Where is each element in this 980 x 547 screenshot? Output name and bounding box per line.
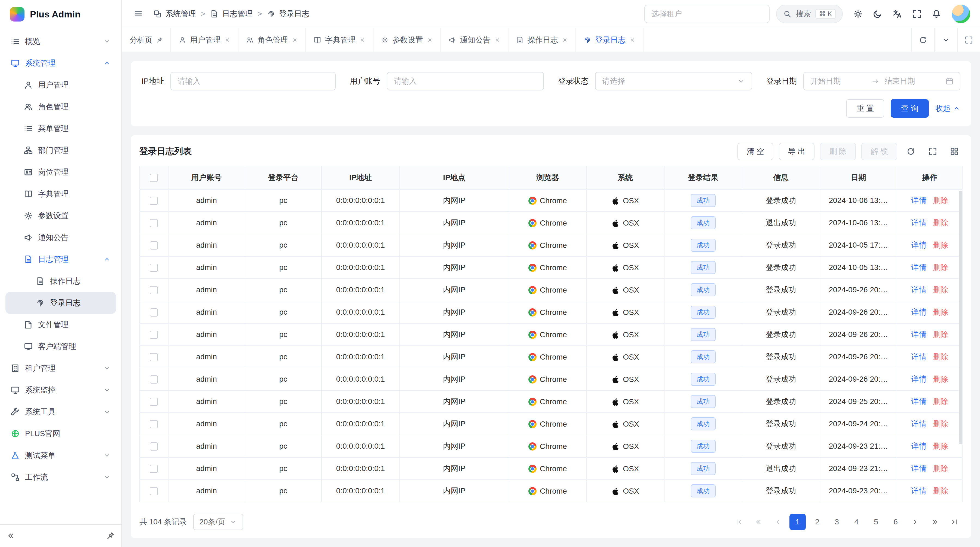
table-scrollbar[interactable] <box>958 190 963 507</box>
sidebar-item-operation-log[interactable]: 操作日志 <box>5 270 116 292</box>
delete-link[interactable]: 删除 <box>933 263 948 271</box>
first-page-button[interactable] <box>731 514 747 530</box>
delete-link[interactable]: 删除 <box>933 196 948 204</box>
ip-filter-input[interactable] <box>170 72 336 91</box>
sidebar-item-menu-management[interactable]: 菜单管理 <box>5 118 116 139</box>
detail-link[interactable]: 详情 <box>911 285 926 294</box>
prev-page-button[interactable] <box>770 514 786 530</box>
status-filter-select[interactable]: 请选择 <box>595 72 752 91</box>
translate-button[interactable] <box>889 5 906 22</box>
last-page-button[interactable] <box>946 514 963 530</box>
breadcrumb-login-log[interactable]: 登录日志 <box>267 9 310 19</box>
delete-link[interactable]: 删除 <box>933 442 948 450</box>
tab-notice[interactable]: 通知公告 <box>441 28 509 52</box>
collapse-filter-link[interactable]: 收起 <box>935 103 960 113</box>
page-6-button[interactable]: 6 <box>888 514 904 530</box>
sidebar-item-client-management[interactable]: 客户端管理 <box>5 336 116 357</box>
sidebar-item-role-management[interactable]: 角色管理 <box>5 96 116 118</box>
row-checkbox[interactable] <box>150 241 158 250</box>
detail-link[interactable]: 详情 <box>911 352 926 361</box>
sidebar-item-system-monitor[interactable]: 系统监控 <box>5 379 116 401</box>
date-range-picker[interactable]: 开始日期 结束日期 <box>803 72 960 91</box>
sidebar-item-notice[interactable]: 通知公告 <box>5 226 116 249</box>
sidebar-item-overview[interactable]: 概览 <box>5 30 116 52</box>
row-checkbox[interactable] <box>150 308 158 317</box>
sidebar-item-param-settings[interactable]: 参数设置 <box>5 205 116 226</box>
close-tab-icon[interactable] <box>292 37 298 43</box>
tab-login-log[interactable]: 登录日志 <box>576 28 644 52</box>
row-checkbox[interactable] <box>150 487 158 495</box>
sidebar-item-test-menu[interactable]: 测试菜单 <box>5 445 116 466</box>
detail-link[interactable]: 详情 <box>911 486 926 495</box>
page-5-button[interactable]: 5 <box>868 514 884 530</box>
sidebar-item-workflow[interactable]: 工作流 <box>5 466 116 488</box>
detail-link[interactable]: 详情 <box>911 442 926 450</box>
theme-toggle-button[interactable] <box>869 5 886 22</box>
sidebar-item-system-management[interactable]: 系统管理 <box>5 52 116 74</box>
close-tab-icon[interactable] <box>427 37 433 43</box>
page-2-button[interactable]: 2 <box>809 514 826 530</box>
detail-link[interactable]: 详情 <box>911 397 926 406</box>
unlock-button[interactable]: 解 锁 <box>861 143 897 160</box>
sidebar-item-log-management[interactable]: 日志管理 <box>5 249 116 270</box>
notifications-button[interactable] <box>928 5 945 22</box>
delete-link[interactable]: 删除 <box>933 486 948 495</box>
avatar[interactable] <box>952 5 970 23</box>
app-logo[interactable]: Plus Admin <box>0 0 121 28</box>
close-tab-icon[interactable] <box>629 37 635 43</box>
close-tab-icon[interactable] <box>494 37 500 43</box>
page-3-button[interactable]: 3 <box>829 514 845 530</box>
sidebar-item-system-tools[interactable]: 系统工具 <box>5 401 116 423</box>
next-page-button[interactable] <box>907 514 923 530</box>
delete-link[interactable]: 删除 <box>933 330 948 339</box>
detail-link[interactable]: 详情 <box>911 308 926 316</box>
page-size-select[interactable]: 20条/页 <box>193 514 243 530</box>
tab-param-settings[interactable]: 参数设置 <box>374 28 441 52</box>
row-checkbox[interactable] <box>150 219 158 227</box>
maximize-content-button[interactable] <box>957 28 980 52</box>
row-checkbox[interactable] <box>150 398 158 406</box>
column-settings-button[interactable] <box>946 143 963 159</box>
row-checkbox[interactable] <box>150 375 158 384</box>
close-tab-icon[interactable] <box>224 37 230 43</box>
table-fullscreen-button[interactable] <box>924 143 941 159</box>
next-more-button[interactable] <box>927 514 943 530</box>
tenant-select-input[interactable] <box>644 5 770 23</box>
sidebar-item-tenant-management[interactable]: 租户管理 <box>5 357 116 379</box>
detail-link[interactable]: 详情 <box>911 464 926 473</box>
row-checkbox[interactable] <box>150 331 158 339</box>
sidebar-item-file-management[interactable]: 文件管理 <box>5 314 116 336</box>
row-checkbox[interactable] <box>150 286 158 294</box>
row-checkbox[interactable] <box>150 420 158 428</box>
pin-sidebar-button[interactable] <box>106 531 115 540</box>
sidebar-item-post-management[interactable]: 岗位管理 <box>5 161 116 183</box>
sidebar-item-dict-management[interactable]: 字典管理 <box>5 183 116 205</box>
fullscreen-button[interactable] <box>908 5 926 22</box>
delete-link[interactable]: 删除 <box>933 285 948 294</box>
delete-link[interactable]: 删除 <box>933 218 948 227</box>
detail-link[interactable]: 详情 <box>911 263 926 271</box>
tab-role-management[interactable]: 角色管理 <box>239 28 306 52</box>
delete-link[interactable]: 删除 <box>933 241 948 249</box>
row-checkbox[interactable] <box>150 465 158 473</box>
page-4-button[interactable]: 4 <box>848 514 865 530</box>
reset-button[interactable]: 重 置 <box>846 99 884 118</box>
detail-link[interactable]: 详情 <box>911 241 926 249</box>
tab-operation-log[interactable]: 操作日志 <box>509 28 576 52</box>
tab-menu-button[interactable] <box>934 28 957 52</box>
tab-analysis[interactable]: 分析页 <box>122 28 171 52</box>
delete-link[interactable]: 删除 <box>933 464 948 473</box>
select-all-checkbox[interactable] <box>150 174 158 182</box>
detail-link[interactable]: 详情 <box>911 330 926 339</box>
delete-link[interactable]: 删除 <box>933 352 948 361</box>
query-button[interactable]: 查 询 <box>891 99 929 118</box>
clear-button[interactable]: 清 空 <box>737 143 773 160</box>
breadcrumb-log-management[interactable]: 日志管理 <box>210 9 253 19</box>
delete-button[interactable]: 删 除 <box>820 143 856 160</box>
settings-button[interactable] <box>850 5 867 22</box>
row-checkbox[interactable] <box>150 264 158 272</box>
account-filter-input[interactable] <box>387 72 544 91</box>
detail-link[interactable]: 详情 <box>911 196 926 204</box>
prev-more-button[interactable] <box>750 514 767 530</box>
detail-link[interactable]: 详情 <box>911 375 926 383</box>
